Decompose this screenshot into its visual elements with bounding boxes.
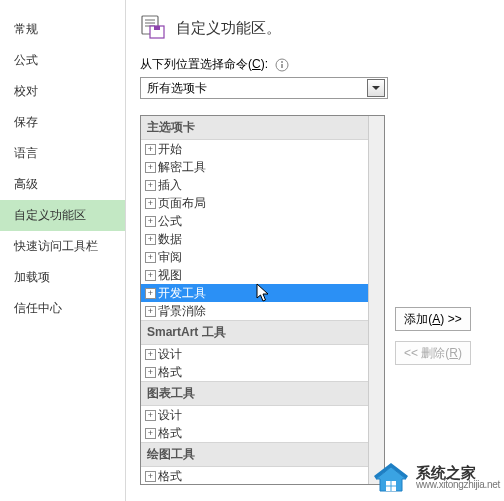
list-item[interactable]: +背景消除 <box>141 302 368 320</box>
expand-icon[interactable]: + <box>145 349 156 360</box>
expand-icon[interactable]: + <box>145 410 156 421</box>
sidebar-item[interactable]: 公式 <box>0 45 125 76</box>
page-title: 自定义功能区。 <box>176 19 281 38</box>
customize-ribbon-icon <box>140 14 168 42</box>
expand-icon[interactable]: + <box>145 428 156 439</box>
list-item[interactable]: +视图 <box>141 266 368 284</box>
list-item-label: 插入 <box>158 177 182 193</box>
list-item-label: 格式 <box>158 364 182 380</box>
watermark-logo-icon <box>372 461 410 493</box>
list-item-label: 格式 <box>158 468 182 484</box>
list-group-header: 主选项卡 <box>141 116 368 140</box>
list-item[interactable]: +开发工具 <box>141 284 368 302</box>
list-item[interactable]: +开始 <box>141 140 368 158</box>
expand-icon[interactable]: + <box>145 367 156 378</box>
list-item-label: 设计 <box>158 407 182 423</box>
list-item[interactable]: +插入 <box>141 176 368 194</box>
list-item[interactable]: +审阅 <box>141 248 368 266</box>
list-item[interactable]: +公式 <box>141 212 368 230</box>
expand-icon[interactable]: + <box>145 252 156 263</box>
list-item[interactable]: +数据 <box>141 230 368 248</box>
expand-icon[interactable]: + <box>145 471 156 482</box>
sidebar-item[interactable]: 信任中心 <box>0 293 125 324</box>
list-group-header: 图表工具 <box>141 381 368 406</box>
list-group-header: 绘图工具 <box>141 442 368 467</box>
svg-rect-8 <box>282 64 284 68</box>
svg-point-7 <box>281 61 283 63</box>
list-item[interactable]: +设计 <box>141 406 368 424</box>
watermark-title: 系统之家 <box>416 465 500 480</box>
watermark-subtitle: www.xitongzhijia.net <box>416 480 500 490</box>
list-item-label: 视图 <box>158 267 182 283</box>
expand-icon[interactable]: + <box>145 306 156 317</box>
remove-button[interactable]: << 删除(R) <box>395 341 471 365</box>
main-panel: 自定义功能区。 从下列位置选择命令(C): 所有选项卡 主选项卡+开始+解密工具… <box>126 0 504 501</box>
sidebar-item[interactable]: 保存 <box>0 107 125 138</box>
list-group-header: SmartArt 工具 <box>141 320 368 345</box>
list-item-label: 审阅 <box>158 249 182 265</box>
commands-listbox[interactable]: 主选项卡+开始+解密工具+插入+页面布局+公式+数据+审阅+视图+开发工具+背景… <box>140 115 385 485</box>
dropdown-value: 所有选项卡 <box>147 80 207 97</box>
list-item[interactable]: +格式 <box>141 424 368 442</box>
source-label: 从下列位置选择命令(C): <box>140 56 504 73</box>
expand-icon[interactable]: + <box>145 198 156 209</box>
svg-rect-5 <box>154 26 160 30</box>
sidebar-item[interactable]: 校对 <box>0 76 125 107</box>
sidebar-item[interactable]: 高级 <box>0 169 125 200</box>
list-item-label: 设计 <box>158 346 182 362</box>
expand-icon[interactable]: + <box>145 144 156 155</box>
sidebar: 常规公式校对保存语言高级自定义功能区快速访问工具栏加载项信任中心 <box>0 0 126 501</box>
source-dropdown[interactable]: 所有选项卡 <box>140 77 388 99</box>
sidebar-item[interactable]: 常规 <box>0 14 125 45</box>
list-inner: 主选项卡+开始+解密工具+插入+页面布局+公式+数据+审阅+视图+开发工具+背景… <box>141 116 368 485</box>
watermark: 系统之家 www.xitongzhijia.net <box>372 461 500 493</box>
add-button[interactable]: 添加(A) >> <box>395 307 471 331</box>
list-item-label: 开始 <box>158 141 182 157</box>
list-item-label: 背景消除 <box>158 303 206 319</box>
expand-icon[interactable]: + <box>145 270 156 281</box>
list-item-label: 数据 <box>158 231 182 247</box>
list-item-label: 开发工具 <box>158 285 206 301</box>
list-item-label: 页面布局 <box>158 195 206 211</box>
list-item-label: 解密工具 <box>158 159 206 175</box>
list-item[interactable]: +页面布局 <box>141 194 368 212</box>
list-item[interactable]: +格式 <box>141 363 368 381</box>
info-icon <box>275 58 289 72</box>
expand-icon[interactable]: + <box>145 288 156 299</box>
expand-icon[interactable]: + <box>145 234 156 245</box>
sidebar-item[interactable]: 语言 <box>0 138 125 169</box>
list-item-label: 格式 <box>158 425 182 441</box>
scrollbar[interactable] <box>368 116 384 484</box>
expand-icon[interactable]: + <box>145 162 156 173</box>
sidebar-item[interactable]: 自定义功能区 <box>0 200 125 231</box>
list-item-label: 公式 <box>158 213 182 229</box>
list-item[interactable]: +设计 <box>141 345 368 363</box>
expand-icon[interactable]: + <box>145 216 156 227</box>
chevron-down-icon[interactable] <box>367 79 385 97</box>
expand-icon[interactable]: + <box>145 180 156 191</box>
list-item[interactable]: +格式 <box>141 467 368 485</box>
list-item[interactable]: +解密工具 <box>141 158 368 176</box>
sidebar-item[interactable]: 加载项 <box>0 262 125 293</box>
sidebar-item[interactable]: 快速访问工具栏 <box>0 231 125 262</box>
